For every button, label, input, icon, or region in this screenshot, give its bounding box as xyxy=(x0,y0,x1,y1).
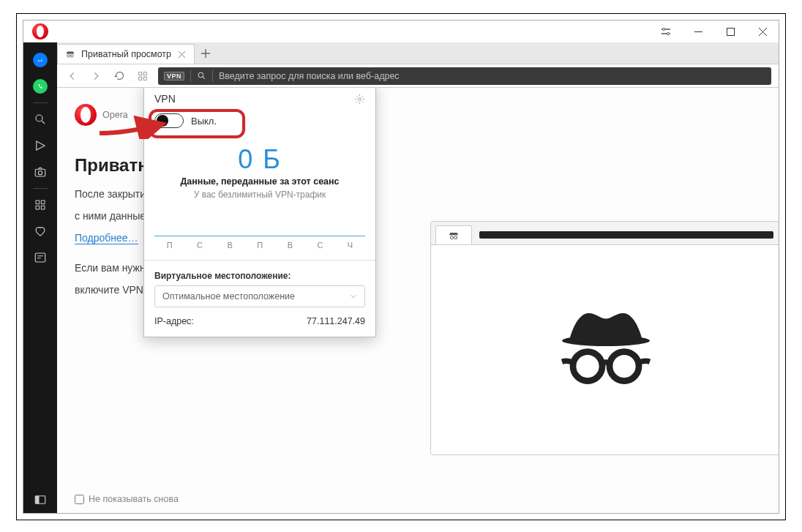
vpn-chart-days: П С В П В С Ч xyxy=(154,241,365,250)
sidebar-search[interactable] xyxy=(23,106,57,132)
private-preview-illustration xyxy=(430,221,779,455)
sidebar-bookmarks[interactable] xyxy=(23,218,57,244)
tab-close-button[interactable] xyxy=(177,51,187,58)
toolbar: VPN Введите запрос для поиска или веб-ад… xyxy=(57,64,779,88)
sidebar-snapshot[interactable] xyxy=(23,159,57,185)
svg-point-24 xyxy=(573,352,602,381)
titlebar xyxy=(23,20,779,42)
svg-point-23 xyxy=(562,335,650,346)
sliders-icon xyxy=(661,26,671,37)
sidebar-whatsapp[interactable] xyxy=(23,73,57,100)
chevron-down-icon xyxy=(350,293,357,300)
svg-rect-8 xyxy=(36,206,40,209)
plus-icon xyxy=(201,49,210,58)
screenshot-frame: Приватный просмотр VPN xyxy=(16,13,786,520)
reload-button[interactable] xyxy=(111,68,127,84)
svg-rect-17 xyxy=(139,77,142,80)
easy-setup-button[interactable] xyxy=(650,20,682,42)
speed-dial-button[interactable] xyxy=(135,68,151,84)
svg-rect-6 xyxy=(36,201,40,204)
close-window-button[interactable] xyxy=(746,20,779,42)
svg-rect-18 xyxy=(143,77,146,80)
new-tab-button[interactable] xyxy=(195,42,217,64)
vpn-popup: VPN Выкл. 0 Б Данные, переданные за этот… xyxy=(143,88,376,337)
opera-logo-icon xyxy=(32,23,48,40)
vpn-badge[interactable]: VPN xyxy=(164,72,184,80)
vpn-unlimited-text: У вас безлимитный VPN-трафик xyxy=(154,190,365,200)
sidebar-separator xyxy=(33,102,48,103)
minimize-button[interactable] xyxy=(682,20,714,42)
grid-icon xyxy=(138,71,148,81)
incognito-large-icon xyxy=(551,295,661,405)
svg-point-1 xyxy=(667,32,669,34)
address-bar[interactable]: VPN Введите запрос для поиска или веб-ад… xyxy=(158,67,771,85)
minimize-icon xyxy=(694,28,702,36)
page-content: Opera Приватн После закрыти с ними данны… xyxy=(57,88,779,513)
vpn-location-select[interactable]: Оптимальное местоположение xyxy=(154,285,365,307)
play-icon xyxy=(34,139,47,152)
back-button[interactable] xyxy=(64,68,80,84)
opera-menu-button[interactable] xyxy=(23,20,57,42)
svg-point-21 xyxy=(450,236,453,239)
vpn-toggle-label: Выкл. xyxy=(191,116,217,127)
svg-rect-9 xyxy=(41,206,45,209)
maximize-button[interactable] xyxy=(714,20,746,42)
vpn-data-amount: 0 Б xyxy=(154,144,365,175)
svg-rect-16 xyxy=(143,72,146,75)
svg-point-0 xyxy=(662,28,664,30)
messenger-icon xyxy=(33,53,48,67)
toggle-switch[interactable] xyxy=(154,113,184,128)
svg-rect-15 xyxy=(139,72,142,75)
preview-tab xyxy=(435,225,472,244)
camera-icon xyxy=(34,165,47,179)
sidebar-speed-dial[interactable] xyxy=(23,192,57,218)
chevron-left-icon xyxy=(67,71,78,81)
ip-label: IP-адрес: xyxy=(154,316,194,326)
chevron-right-icon xyxy=(91,71,101,81)
tab-private[interactable]: Приватный просмотр xyxy=(57,44,195,64)
svg-rect-2 xyxy=(727,28,734,35)
whatsapp-icon xyxy=(33,79,48,94)
svg-point-19 xyxy=(198,72,203,78)
opera-logo-icon xyxy=(75,104,97,126)
vpn-settings-button[interactable] xyxy=(354,94,365,105)
ip-value: 77.111.247.49 xyxy=(307,316,365,326)
svg-point-13 xyxy=(67,55,70,58)
svg-rect-7 xyxy=(41,201,45,204)
svg-point-22 xyxy=(454,236,457,239)
preview-address-bar xyxy=(479,231,773,239)
dont-show-checkbox[interactable] xyxy=(75,495,84,504)
vpn-usage-chart xyxy=(154,219,365,236)
vpn-toggle[interactable]: Выкл. xyxy=(154,113,217,128)
sidebar-news[interactable] xyxy=(23,244,57,271)
maximize-icon xyxy=(727,28,735,36)
vpn-popup-title: VPN xyxy=(154,93,176,105)
tabstrip: Приватный просмотр xyxy=(57,42,779,64)
svg-point-25 xyxy=(610,352,639,381)
app-window: Приватный просмотр VPN xyxy=(23,20,779,514)
reload-icon xyxy=(114,70,125,81)
vpn-location-label: Виртуальное местоположение: xyxy=(154,271,365,281)
svg-rect-4 xyxy=(35,169,45,176)
address-placeholder: Введите запрос для поиска или веб-адрес xyxy=(213,71,400,81)
forward-button[interactable] xyxy=(88,68,104,84)
sidebar-messenger[interactable] xyxy=(23,47,57,73)
incognito-icon xyxy=(65,49,75,59)
sidebar-instant-search[interactable] xyxy=(23,132,57,159)
news-icon xyxy=(34,251,47,264)
svg-point-20 xyxy=(359,97,361,100)
learn-more-link[interactable]: Подробнее… xyxy=(75,232,138,244)
svg-point-3 xyxy=(36,115,42,121)
heart-icon xyxy=(34,225,47,238)
sidebar xyxy=(23,42,57,513)
svg-point-5 xyxy=(38,171,42,175)
vpn-data-caption: Данные, переданные за этот сеанс xyxy=(154,176,365,187)
dont-show-again[interactable]: Не показывать снова xyxy=(75,494,179,504)
svg-rect-10 xyxy=(35,253,45,262)
close-icon xyxy=(759,28,767,36)
sidebar-toggle[interactable] xyxy=(23,487,57,513)
svg-point-14 xyxy=(71,55,74,58)
panel-icon xyxy=(34,493,47,506)
svg-rect-12 xyxy=(35,496,39,504)
tab-title: Приватный просмотр xyxy=(81,49,171,59)
